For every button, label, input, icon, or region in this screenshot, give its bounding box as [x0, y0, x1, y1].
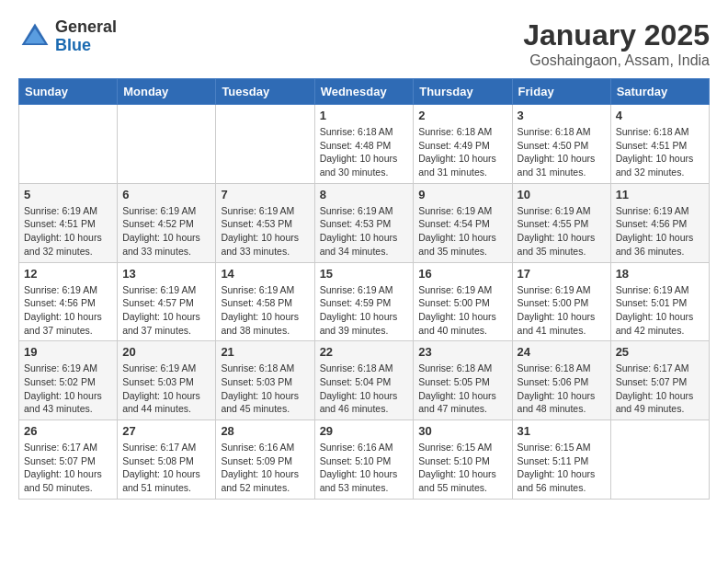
location: Goshaingaon, Assam, India	[523, 52, 710, 69]
day-number: 15	[320, 267, 409, 281]
weekday-header-row: SundayMondayTuesdayWednesdayThursdayFrid…	[19, 79, 710, 105]
day-info: Sunrise: 6:19 AM Sunset: 5:00 PM Dayligh…	[418, 283, 506, 338]
day-info: Sunrise: 6:18 AM Sunset: 4:49 PM Dayligh…	[418, 125, 506, 179]
day-number: 16	[418, 267, 506, 281]
calendar-cell: 24Sunrise: 6:18 AM Sunset: 5:06 PM Dayli…	[512, 341, 610, 420]
day-number: 8	[320, 188, 409, 201]
calendar-cell: 28Sunrise: 6:16 AM Sunset: 5:09 PM Dayli…	[216, 420, 314, 500]
day-number: 30	[418, 424, 506, 438]
day-info: Sunrise: 6:19 AM Sunset: 4:59 PM Dayligh…	[320, 283, 409, 338]
calendar-cell: 18Sunrise: 6:19 AM Sunset: 5:01 PM Dayli…	[610, 262, 709, 341]
day-number: 29	[320, 424, 409, 438]
calendar-cell: 31Sunrise: 6:15 AM Sunset: 5:11 PM Dayli…	[512, 420, 610, 500]
day-info: Sunrise: 6:19 AM Sunset: 4:58 PM Dayligh…	[221, 283, 309, 338]
calendar-cell: 1Sunrise: 6:18 AM Sunset: 4:48 PM Daylig…	[314, 105, 414, 184]
day-info: Sunrise: 6:19 AM Sunset: 4:52 PM Dayligh…	[122, 204, 210, 259]
day-number: 22	[320, 345, 409, 359]
logo-icon	[18, 20, 51, 53]
calendar-cell: 21Sunrise: 6:18 AM Sunset: 5:03 PM Dayli…	[216, 341, 314, 420]
weekday-header-monday: Monday	[118, 79, 216, 105]
day-number: 9	[418, 188, 506, 201]
calendar-cell: 5Sunrise: 6:19 AM Sunset: 4:51 PM Daylig…	[19, 183, 118, 262]
calendar-cell: 9Sunrise: 6:19 AM Sunset: 4:54 PM Daylig…	[414, 183, 512, 262]
day-number: 13	[122, 267, 210, 281]
calendar-cell: 12Sunrise: 6:19 AM Sunset: 4:56 PM Dayli…	[19, 262, 118, 341]
weekday-header-thursday: Thursday	[414, 79, 512, 105]
calendar-cell: 19Sunrise: 6:19 AM Sunset: 5:02 PM Dayli…	[19, 341, 118, 420]
weekday-header-tuesday: Tuesday	[216, 79, 314, 105]
day-info: Sunrise: 6:19 AM Sunset: 4:57 PM Dayligh…	[122, 283, 210, 338]
day-number: 21	[221, 345, 309, 359]
logo-text: General Blue	[55, 18, 117, 55]
day-info: Sunrise: 6:17 AM Sunset: 5:08 PM Dayligh…	[122, 441, 210, 495]
day-number: 12	[24, 267, 112, 281]
weekday-header-sunday: Sunday	[19, 79, 118, 105]
logo: General Blue	[18, 18, 117, 55]
calendar-cell: 25Sunrise: 6:17 AM Sunset: 5:07 PM Dayli…	[610, 341, 709, 420]
day-number: 18	[616, 267, 704, 281]
day-number: 10	[518, 188, 606, 201]
calendar-cell: 22Sunrise: 6:18 AM Sunset: 5:04 PM Dayli…	[314, 341, 414, 420]
calendar-cell: 7Sunrise: 6:19 AM Sunset: 4:53 PM Daylig…	[216, 183, 314, 262]
calendar-table: SundayMondayTuesdayWednesdayThursdayFrid…	[18, 78, 710, 500]
calendar-cell: 10Sunrise: 6:19 AM Sunset: 4:55 PM Dayli…	[512, 183, 610, 262]
calendar-cell: 4Sunrise: 6:18 AM Sunset: 4:51 PM Daylig…	[610, 105, 709, 184]
day-info: Sunrise: 6:19 AM Sunset: 5:02 PM Dayligh…	[24, 362, 112, 416]
month-title: January 2025	[523, 18, 710, 52]
day-info: Sunrise: 6:19 AM Sunset: 4:53 PM Dayligh…	[320, 204, 409, 259]
day-number: 3	[518, 109, 606, 122]
day-info: Sunrise: 6:16 AM Sunset: 5:10 PM Dayligh…	[320, 441, 409, 495]
calendar-cell: 11Sunrise: 6:19 AM Sunset: 4:56 PM Dayli…	[610, 183, 709, 262]
day-number: 5	[24, 188, 112, 201]
calendar-cell: 29Sunrise: 6:16 AM Sunset: 5:10 PM Dayli…	[314, 420, 414, 500]
week-row-3: 12Sunrise: 6:19 AM Sunset: 4:56 PM Dayli…	[19, 262, 710, 341]
calendar-cell: 17Sunrise: 6:19 AM Sunset: 5:00 PM Dayli…	[512, 262, 610, 341]
calendar-cell	[19, 105, 118, 184]
day-number: 26	[24, 424, 112, 438]
calendar-cell	[610, 420, 709, 500]
calendar-cell: 2Sunrise: 6:18 AM Sunset: 4:49 PM Daylig…	[414, 105, 512, 184]
week-row-4: 19Sunrise: 6:19 AM Sunset: 5:02 PM Dayli…	[19, 341, 710, 420]
weekday-header-friday: Friday	[512, 79, 610, 105]
day-number: 24	[518, 345, 606, 359]
calendar-cell: 13Sunrise: 6:19 AM Sunset: 4:57 PM Dayli…	[118, 262, 216, 341]
calendar-cell: 3Sunrise: 6:18 AM Sunset: 4:50 PM Daylig…	[512, 105, 610, 184]
day-info: Sunrise: 6:19 AM Sunset: 4:56 PM Dayligh…	[24, 283, 112, 338]
day-number: 6	[122, 188, 210, 201]
week-row-5: 26Sunrise: 6:17 AM Sunset: 5:07 PM Dayli…	[19, 420, 710, 500]
day-info: Sunrise: 6:19 AM Sunset: 4:54 PM Dayligh…	[418, 204, 506, 259]
day-info: Sunrise: 6:17 AM Sunset: 5:07 PM Dayligh…	[616, 362, 704, 416]
day-info: Sunrise: 6:18 AM Sunset: 5:05 PM Dayligh…	[418, 362, 506, 416]
day-info: Sunrise: 6:19 AM Sunset: 5:00 PM Dayligh…	[518, 283, 606, 338]
day-number: 31	[518, 424, 606, 438]
day-info: Sunrise: 6:19 AM Sunset: 4:53 PM Dayligh…	[221, 204, 309, 259]
calendar-cell: 27Sunrise: 6:17 AM Sunset: 5:08 PM Dayli…	[118, 420, 216, 500]
calendar-cell: 20Sunrise: 6:19 AM Sunset: 5:03 PM Dayli…	[118, 341, 216, 420]
day-info: Sunrise: 6:16 AM Sunset: 5:09 PM Dayligh…	[221, 441, 309, 495]
day-number: 17	[518, 267, 606, 281]
day-number: 2	[418, 109, 506, 122]
day-number: 1	[320, 109, 409, 122]
day-info: Sunrise: 6:19 AM Sunset: 4:56 PM Dayligh…	[616, 204, 704, 259]
page-header: General Blue January 2025 Goshaingaon, A…	[18, 18, 710, 69]
calendar-cell	[118, 105, 216, 184]
day-number: 4	[616, 109, 704, 122]
day-number: 28	[221, 424, 309, 438]
day-info: Sunrise: 6:15 AM Sunset: 5:11 PM Dayligh…	[518, 441, 606, 495]
title-block: January 2025 Goshaingaon, Assam, India	[523, 18, 710, 69]
day-number: 14	[221, 267, 309, 281]
day-info: Sunrise: 6:18 AM Sunset: 5:03 PM Dayligh…	[221, 362, 309, 416]
calendar-cell: 6Sunrise: 6:19 AM Sunset: 4:52 PM Daylig…	[118, 183, 216, 262]
calendar-cell: 30Sunrise: 6:15 AM Sunset: 5:10 PM Dayli…	[414, 420, 512, 500]
week-row-1: 1Sunrise: 6:18 AM Sunset: 4:48 PM Daylig…	[19, 105, 710, 184]
day-number: 20	[122, 345, 210, 359]
day-info: Sunrise: 6:18 AM Sunset: 5:04 PM Dayligh…	[320, 362, 409, 416]
day-info: Sunrise: 6:17 AM Sunset: 5:07 PM Dayligh…	[24, 441, 112, 495]
calendar-cell: 16Sunrise: 6:19 AM Sunset: 5:00 PM Dayli…	[414, 262, 512, 341]
day-number: 23	[418, 345, 506, 359]
calendar-cell: 26Sunrise: 6:17 AM Sunset: 5:07 PM Dayli…	[19, 420, 118, 500]
day-info: Sunrise: 6:18 AM Sunset: 4:48 PM Dayligh…	[320, 125, 409, 179]
day-number: 11	[616, 188, 704, 201]
day-info: Sunrise: 6:18 AM Sunset: 4:50 PM Dayligh…	[518, 125, 606, 179]
calendar-cell: 15Sunrise: 6:19 AM Sunset: 4:59 PM Dayli…	[314, 262, 414, 341]
